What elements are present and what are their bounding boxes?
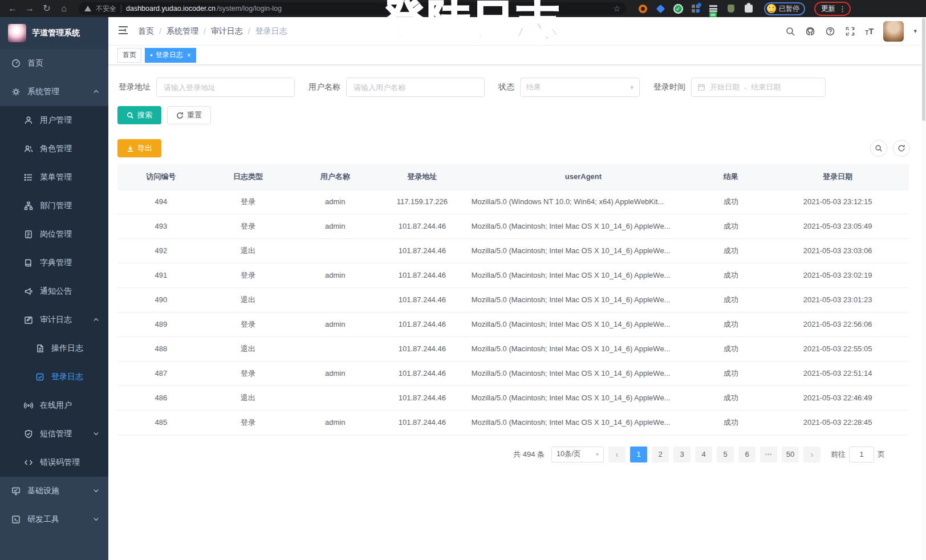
app-logo-row[interactable]: 芋道管理系统 [0,17,108,49]
sidebar-item-audit-logs[interactable]: 审计日志 [0,306,108,334]
page-button-6[interactable]: 6 [738,447,756,462]
search-button[interactable]: 搜索 [117,106,161,124]
sidebar-menu: 首页 系统管理 用户管理 角色管理 菜单管理 部门管理 [0,49,108,534]
devtool-icon [11,515,21,524]
tab-login-log[interactable]: ● 登录日志 × [145,48,196,63]
bookmark-star-icon[interactable]: ☆ [613,4,620,13]
user-avatar[interactable] [883,21,904,42]
table-row[interactable]: 493登录admin101.87.244.46Mozilla/5.0 (Maci… [117,214,909,238]
sidebar-item-dev-tools[interactable]: 研发工具 [0,505,108,534]
sidebar-item-operation-log[interactable]: 操作日志 [0,334,108,363]
app-logo [8,24,26,42]
browser-home-icon[interactable]: ⌂ [57,0,71,17]
goto-page-input[interactable] [849,447,874,462]
browser-update-button[interactable]: 更新 ⋮ [814,2,851,16]
download-icon [127,145,134,152]
page-button-2[interactable]: 2 [652,447,669,462]
breadcrumb-audit[interactable]: 审计日志 [211,26,243,36]
username-input[interactable] [346,78,485,97]
sidebar-item-posts[interactable]: 岗位管理 [0,220,108,249]
search-icon [127,112,134,119]
fullscreen-icon[interactable] [845,26,855,36]
sidebar-item-menus[interactable]: 菜单管理 [0,163,108,192]
prev-page-button[interactable]: ‹ [608,447,626,462]
browser-menu-icon[interactable]: ⋮ [839,5,846,13]
url-path: /system/log/login-log [217,5,282,13]
next-page-button[interactable]: › [803,447,821,462]
table-row[interactable]: 491登录admin101.87.244.46Mozilla/5.0 (Maci… [117,263,909,287]
chevron-down-icon [93,429,99,439]
extension-diamond-icon[interactable] [655,3,665,14]
sidebar-item-users[interactable]: 用户管理 [0,106,108,135]
sidebar-item-online-users[interactable]: 在线用户 [0,391,108,420]
github-icon[interactable] [805,26,815,36]
profile-paused-chip[interactable]: 已暂停 [764,2,805,15]
tags-view: 首页 ● 登录日志 × [108,46,926,65]
sidebar-item-dictionary[interactable]: 字典管理 [0,249,108,277]
extension-grid-icon[interactable] [691,3,701,14]
total-count-label: 共 494 条 [513,449,545,460]
refresh-button[interactable] [893,140,910,157]
breadcrumb-home[interactable]: 首页 [138,26,154,36]
page-button-50[interactable]: 50 [782,447,799,462]
table-row[interactable]: 488退出101.87.244.46Mozilla/5.0 (Macintosh… [117,336,909,361]
close-icon[interactable]: × [187,51,191,59]
login-address-label: 登录地址 [119,82,151,92]
page-button-1[interactable]: 1 [630,447,647,462]
address-bar[interactable]: 不安全 dashboard.yudao.iocoder.cn /system/l… [79,2,626,15]
date-range-picker[interactable]: 开始日期 - 结束日期 [691,78,826,97]
extension-list-on-icon[interactable]: on [708,3,718,14]
page-size-select[interactable]: 10条/页 ▾ [551,447,604,462]
table-row[interactable]: 489登录admin101.87.244.46Mozilla/5.0 (Maci… [117,312,909,336]
page-button-4[interactable]: 4 [695,447,712,462]
extension-green-check-icon[interactable]: ✓ [673,3,683,14]
help-icon[interactable] [825,26,835,36]
sidebar-item-system[interactable]: 系统管理 [0,78,108,106]
online-user-icon [24,401,33,410]
infra-icon [11,486,21,496]
table-row[interactable]: 486退出101.87.244.46Mozilla/5.0 (Macintosh… [117,385,909,410]
sidebar-item-login-log[interactable]: 登录日志 [0,363,108,391]
sidebar-item-roles[interactable]: 角色管理 [0,135,108,163]
login-address-input[interactable] [156,78,295,97]
col-header-date: 登录日期 [766,164,909,189]
paused-label: 已暂停 [779,4,799,14]
browser-back-icon[interactable]: ← [6,0,19,17]
avatar-caret-icon[interactable]: ▾ [913,27,917,35]
page-button-5[interactable]: 5 [717,447,734,462]
table-row[interactable]: 490退出101.87.244.46Mozilla/5.0 (Macintosh… [117,287,909,312]
extensions-puzzle-icon[interactable] [744,3,754,14]
sidebar-item-sms[interactable]: 短信管理 [0,420,108,448]
sidebar-item-notices[interactable]: 通知公告 [0,277,108,306]
table-row[interactable]: 487登录admin101.87.244.46Mozilla/5.0 (Maci… [117,361,909,385]
col-header-result: 结果 [695,164,766,189]
breadcrumb-system[interactable]: 系统管理 [166,26,198,36]
search-icon[interactable] [785,26,795,36]
sidebar-collapse-icon[interactable] [117,25,129,38]
sidebar-item-home[interactable]: 首页 [0,49,108,78]
table-row[interactable]: 494登录admin117.159.17.226Mozilla/5.0 (Win… [117,189,909,214]
reset-button[interactable]: 重置 [167,106,211,124]
sidebar-item-departments[interactable]: 部门管理 [0,192,108,220]
breadcrumb-separator: / [248,27,250,36]
table-row[interactable]: 485登录admin101.87.244.46Mozilla/5.0 (Maci… [117,410,909,435]
sidebar-item-error-codes[interactable]: 错误码管理 [0,448,108,477]
more-pages-button[interactable]: ••• [760,447,777,462]
extension-plug-icon[interactable] [726,3,736,14]
goto-label: 前往 [831,449,846,460]
status-select[interactable]: 结果 ▾ [520,78,640,97]
operate-log-icon [35,344,44,353]
browser-reload-icon[interactable]: ↻ [40,0,54,17]
extension-orange-icon[interactable] [637,3,648,14]
export-button[interactable]: 导出 [117,139,161,157]
table-row[interactable]: 492退出101.87.244.46Mozilla/5.0 (Macintosh… [117,238,909,263]
sidebar-item-infrastructure[interactable]: 基础设施 [0,477,108,505]
toggle-search-button[interactable] [870,140,887,157]
tab-home[interactable]: 首页 [117,48,141,63]
sidebar: 芋道管理系统 首页 系统管理 用户管理 角色管理 菜单管理 [0,17,108,560]
browser-forward-icon[interactable]: → [23,0,36,17]
page-button-3[interactable]: 3 [673,447,691,462]
calendar-icon [697,83,705,91]
font-size-icon[interactable]: TT [865,26,874,36]
page-scrollbar[interactable] [921,17,926,560]
